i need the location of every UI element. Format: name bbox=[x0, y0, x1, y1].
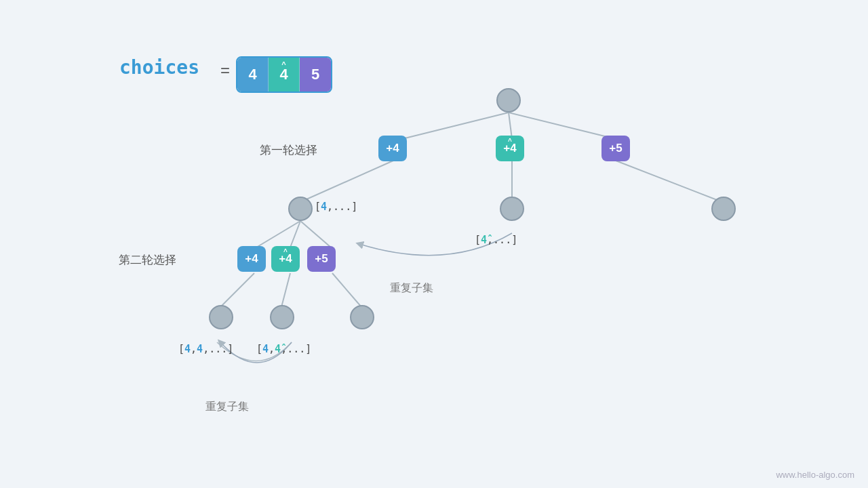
leaf-node-1 bbox=[209, 305, 233, 329]
badge-first-4: +4 bbox=[378, 136, 407, 161]
badge-first-5: +5 bbox=[601, 136, 630, 161]
badge-second-4hat: ^ +4 bbox=[271, 246, 300, 272]
first-level-label: 第一轮选择 bbox=[260, 142, 317, 158]
svg-line-5 bbox=[616, 161, 722, 202]
svg-line-6 bbox=[256, 221, 300, 247]
choice-item-5: 5 bbox=[300, 58, 331, 92]
leaf-node-2 bbox=[270, 305, 294, 329]
svg-line-9 bbox=[220, 273, 254, 307]
dup-label-mid: 重复子集 bbox=[390, 281, 433, 296]
choice-item-4: 4 bbox=[237, 58, 269, 92]
root-node bbox=[496, 88, 521, 113]
svg-line-3 bbox=[300, 161, 393, 202]
main-canvas: choices = 4 ^ 4 5 +4 ^ +4 +5 第一轮选择 [4,..… bbox=[0, 0, 868, 488]
left-child-node bbox=[288, 197, 313, 221]
svg-line-8 bbox=[300, 221, 331, 247]
choices-label: choices bbox=[119, 56, 199, 79]
svg-line-10 bbox=[281, 273, 290, 307]
right-child-node bbox=[711, 197, 736, 221]
svg-line-2 bbox=[509, 113, 616, 139]
leaf-label-1: [4,4,...] bbox=[178, 343, 233, 355]
svg-line-11 bbox=[332, 273, 361, 307]
leaf-node-3 bbox=[350, 305, 374, 329]
svg-line-0 bbox=[402, 113, 509, 139]
footer-url: www.hello-algo.com bbox=[776, 470, 854, 480]
badge-first-4hat: ^ +4 bbox=[496, 136, 524, 161]
left-child-label: [4,...] bbox=[315, 201, 357, 213]
second-level-label: 第二轮选择 bbox=[119, 252, 176, 268]
choices-array: 4 ^ 4 5 bbox=[236, 56, 332, 93]
badge-second-4: +4 bbox=[237, 246, 266, 272]
equals-sign: = bbox=[220, 61, 230, 80]
leaf-label-2: [4,4̂,...] bbox=[256, 343, 311, 355]
mid-child-node bbox=[500, 197, 524, 221]
mid-child-label: [4̂,...] bbox=[475, 234, 517, 246]
choice-item-4hat: ^ 4 bbox=[269, 58, 300, 92]
dup-label-bottom: 重复子集 bbox=[205, 400, 249, 414]
svg-line-7 bbox=[290, 221, 300, 247]
badge-second-5: +5 bbox=[307, 246, 336, 272]
